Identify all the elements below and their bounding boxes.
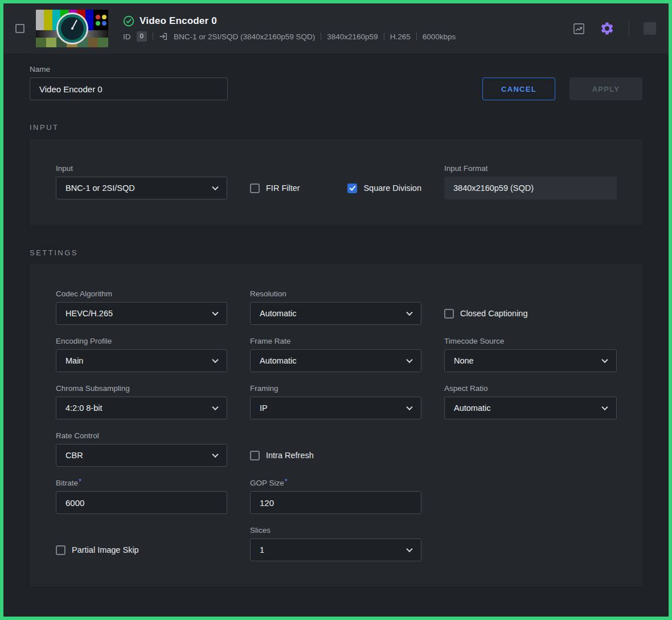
chevron-down-icon [601,404,608,410]
statistics-chart-icon[interactable] [572,22,585,35]
empty-cell [444,479,617,514]
codec-text: H.265 [390,32,411,41]
fir-filter-checkbox[interactable]: FIR Filter [250,183,300,193]
aspect-ratio-value: Automatic [454,403,490,413]
bitrate-label: Bitrate* [56,479,227,487]
gop-size-label: GOP Size* [250,479,421,487]
settings-gear-icon[interactable] [600,21,614,36]
chevron-down-icon [212,309,218,316]
closed-captioning-checkbox[interactable]: Closed Captioning [444,309,528,319]
checkbox-indicator [444,309,454,319]
resolution-select[interactable]: Automatic [250,302,421,325]
codec-algorithm-label: Codec Algorithm [56,289,227,298]
square-division-label: Square Division [363,183,421,193]
bitrate-input[interactable] [56,491,227,514]
chroma-subsampling-label: Chroma Subsampling [56,384,227,393]
empty-cell [444,431,617,467]
header-actions [572,20,656,37]
encoder-form: Name CANCEL APPLY INPUT Input BNC-1 or 2… [3,54,669,617]
rate-control-value: CBR [65,451,83,460]
encoder-meta: ID 0 BNC-1 or 2SI/SQD (3840x2160p59 SQD)… [123,31,456,42]
color-dots [93,10,108,30]
input-select-value: BNC-1 or 2SI/SQD [65,183,135,193]
clock-face [56,13,88,44]
intra-refresh-label: Intra Refresh [266,451,314,460]
empty-cell [444,526,617,561]
chroma-subsampling-select[interactable]: 4:2:0 8-bit [56,397,227,419]
input-summary: BNC-1 or 2SI/SQD (3840x2160p59 SQD) [174,32,315,41]
video-encoder-panel: Video Encoder 0 ID 0 BNC-1 or 2SI/SQD (3… [0,0,672,620]
aspect-ratio-select[interactable]: Automatic [444,397,617,419]
chevron-down-icon [406,404,412,410]
resolution-label: Resolution [250,289,421,298]
encoding-profile-select[interactable]: Main [56,349,227,372]
title-block: Video Encoder 0 ID 0 BNC-1 or 2SI/SQD (3… [123,15,456,42]
rate-control-label: Rate Control [56,431,227,440]
square-division-checkbox[interactable]: Square Division [347,183,421,193]
id-badge: 0 [137,31,147,42]
name-label: Name [30,65,228,74]
codec-algorithm-value: HEVC/H.265 [65,309,113,318]
bitrate-text: 6000kbps [423,32,456,41]
input-format-value: 3840x2160p59 (SQD) [444,177,617,199]
timecode-source-label: Timecode Source [444,337,617,345]
chevron-down-icon [212,184,218,190]
input-select[interactable]: BNC-1 or 2SI/SQD [56,177,227,199]
fir-filter-label: FIR Filter [266,183,300,193]
chevron-down-icon [212,451,218,458]
cancel-button[interactable]: CANCEL [482,78,555,100]
divider [416,32,417,40]
frame-rate-value: Automatic [260,356,296,365]
frame-rate-select[interactable]: Automatic [250,349,421,372]
checkbox-indicator [250,451,260,460]
chevron-down-icon [406,357,412,363]
timecode-source-select[interactable]: None [444,349,617,372]
name-input[interactable] [30,78,228,100]
chroma-subsampling-value: 4:2:0 8-bit [65,403,103,413]
framing-value: IP [260,403,268,413]
resolution-value: Automatic [260,309,296,318]
input-source-icon [159,32,168,41]
chevron-down-icon [212,404,218,410]
framing-select[interactable]: IP [250,397,421,419]
status-check-icon [123,15,134,27]
preview-thumbnail[interactable] [36,10,108,47]
encoding-profile-label: Encoding Profile [56,337,227,345]
required-asterisk: * [79,477,81,486]
aspect-ratio-label: Aspect Ratio [444,384,617,393]
intra-refresh-checkbox[interactable]: Intra Refresh [250,451,314,460]
codec-algorithm-select[interactable]: HEVC/H.265 [56,302,227,325]
input-section-title: INPUT [30,123,642,132]
chevron-down-icon [212,357,218,363]
closed-captioning-label: Closed Captioning [460,309,528,318]
encoder-header: Video Encoder 0 ID 0 BNC-1 or 2SI/SQD (3… [3,3,669,54]
apply-button[interactable]: APPLY [569,78,642,100]
vertical-divider [629,20,629,37]
chevron-down-icon [406,546,412,552]
name-row: Name CANCEL APPLY [30,65,642,100]
input-card: Input BNC-1 or 2SI/SQD FIR Filter Square… [30,139,642,226]
encoder-title: Video Encoder 0 [140,15,217,27]
gop-size-input[interactable] [250,491,421,514]
encoding-profile-value: Main [65,356,83,365]
checkbox-indicator [250,183,260,193]
frame-rate-label: Frame Rate [250,337,421,345]
partial-image-skip-checkbox[interactable]: Partial Image Skip [56,545,139,555]
rate-control-select[interactable]: CBR [56,444,227,467]
required-asterisk: * [285,477,288,486]
checkbox-indicator [347,183,357,193]
divider [153,32,153,40]
chevron-down-icon [601,357,608,363]
slices-select[interactable]: 1 [250,539,421,561]
framing-label: Framing [250,384,421,393]
select-encoder-checkbox[interactable] [15,24,24,33]
divider [321,32,321,40]
header-square-button[interactable] [644,22,656,35]
input-label: Input [56,164,227,173]
id-label: ID [123,32,131,41]
divider [384,32,384,40]
chevron-down-icon [406,309,412,316]
timecode-source-value: None [454,356,474,365]
input-format-label: Input Format [444,164,617,173]
settings-card: Codec Algorithm HEVC/H.265 Resolution Au… [30,264,642,586]
